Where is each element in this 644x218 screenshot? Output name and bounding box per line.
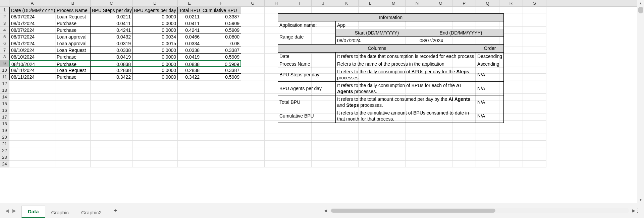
cell-A12[interactable] (9, 80, 55, 87)
cell-C6[interactable]: 0.0319 (91, 40, 132, 47)
cell-C21[interactable] (91, 141, 132, 147)
cell-E18[interactable] (178, 121, 201, 127)
cell-C10[interactable]: 0.2838 (91, 67, 132, 74)
cell-K19[interactable] (335, 127, 359, 134)
cell-D12[interactable] (132, 80, 178, 87)
cell-M23[interactable] (382, 154, 406, 161)
cell-A19[interactable] (9, 127, 55, 134)
cell-N24[interactable] (406, 161, 429, 167)
cell-E17[interactable] (178, 114, 201, 121)
cell-L19[interactable] (359, 127, 382, 134)
cell-G18[interactable] (241, 121, 265, 127)
col-header-K[interactable]: K (335, 0, 359, 6)
row-header-8[interactable]: 8 (0, 54, 9, 60)
cell-F16[interactable] (201, 107, 241, 114)
vertical-scrollbar[interactable]: ▲ ▼ (637, 0, 644, 203)
cell-N21[interactable] (406, 141, 429, 147)
cell-F24[interactable] (201, 161, 241, 167)
cell-D9[interactable]: 0.0000 (132, 60, 178, 67)
cell-F20[interactable] (201, 134, 241, 141)
cell-E1[interactable]: Total BPU (178, 7, 201, 13)
cell-A24[interactable] (9, 161, 55, 167)
cell-R22[interactable] (499, 147, 523, 154)
col-header-C[interactable]: C (91, 0, 132, 6)
cell-B21[interactable] (55, 141, 91, 147)
cell-D8[interactable]: 0.0000 (132, 54, 178, 60)
cell-A20[interactable] (9, 134, 55, 141)
row-header-4[interactable]: 4 (0, 27, 9, 33)
cell-R24[interactable] (499, 161, 523, 167)
cell-D3[interactable]: 0.0000 (132, 20, 178, 27)
cell-M19[interactable] (382, 127, 406, 134)
cell-A14[interactable] (9, 94, 55, 100)
cell-D14[interactable] (132, 94, 178, 100)
cell-N22[interactable] (406, 147, 429, 154)
cell-N1[interactable] (406, 7, 429, 13)
row-header-11[interactable]: 11 (0, 74, 9, 80)
cell-D17[interactable] (132, 114, 178, 121)
cell-F14[interactable] (201, 94, 241, 100)
row-header-12[interactable]: 12 (0, 80, 9, 87)
row-header-2[interactable]: 2 (0, 13, 9, 20)
row-header-7[interactable]: 7 (0, 47, 9, 54)
cell-M20[interactable] (382, 134, 406, 141)
app-name-value[interactable]: App (336, 21, 504, 29)
cell-S2[interactable] (523, 13, 546, 20)
cell-B15[interactable] (55, 100, 91, 107)
cell-F7[interactable]: 0.3387 (201, 47, 241, 54)
cell-G20[interactable] (241, 134, 265, 141)
cell-A18[interactable] (9, 121, 55, 127)
cell-B6[interactable]: Loan approval (55, 40, 91, 47)
cell-S15[interactable] (523, 100, 546, 107)
cell-C23[interactable] (91, 154, 132, 161)
cell-B2[interactable]: Loan Request (55, 13, 91, 20)
col-header-B[interactable]: B (55, 0, 91, 6)
row-header-5[interactable]: 5 (0, 33, 9, 40)
cell-S11[interactable] (523, 74, 546, 80)
cell-S23[interactable] (523, 154, 546, 161)
cell-N23[interactable] (406, 154, 429, 161)
cell-S17[interactable] (523, 114, 546, 121)
col-header-R[interactable]: R (499, 0, 523, 6)
cell-E7[interactable]: 0.0338 (178, 47, 201, 54)
row-header-24[interactable]: 24 (0, 161, 9, 167)
cell-S24[interactable] (523, 161, 546, 167)
cell-I22[interactable] (288, 147, 312, 154)
cell-P24[interactable] (452, 161, 476, 167)
cell-B19[interactable] (55, 127, 91, 134)
cell-R1[interactable] (499, 7, 523, 13)
cell-F3[interactable]: 0.5909 (201, 20, 241, 27)
col-header-S[interactable]: S (523, 0, 546, 6)
cell-Q23[interactable] (476, 154, 499, 161)
col-header-G[interactable]: G (241, 0, 265, 6)
scroll-right-arrow[interactable]: ▶ (630, 208, 637, 213)
cell-E2[interactable]: 0.0211 (178, 13, 201, 20)
cell-B4[interactable]: Purchase (55, 27, 91, 33)
cell-G2[interactable] (241, 13, 265, 20)
cell-C16[interactable] (91, 107, 132, 114)
cell-G23[interactable] (241, 154, 265, 161)
row-header-20[interactable]: 20 (0, 134, 9, 141)
row-header-1[interactable]: 1 (0, 7, 9, 13)
cell-S6[interactable] (523, 40, 546, 47)
cell-B7[interactable]: Loan Request (55, 47, 91, 54)
cell-A10[interactable]: 08/11/2024 (9, 67, 55, 74)
cell-G24[interactable] (241, 161, 265, 167)
cell-B18[interactable] (55, 121, 91, 127)
cell-B12[interactable] (55, 80, 91, 87)
cell-J19[interactable] (312, 127, 335, 134)
cell-G7[interactable] (241, 47, 265, 54)
cell-E23[interactable] (178, 154, 201, 161)
sheet-tab-graphic[interactable]: Graphic (45, 207, 75, 218)
cell-E10[interactable]: 0.2838 (178, 67, 201, 74)
cell-C9[interactable]: 0.0838 (91, 60, 132, 67)
cell-K24[interactable] (335, 161, 359, 167)
cell-F13[interactable] (201, 87, 241, 94)
cell-H20[interactable] (265, 134, 288, 141)
cell-E3[interactable]: 0.0411 (178, 20, 201, 27)
cell-E4[interactable]: 0.4241 (178, 27, 201, 33)
cell-I19[interactable] (288, 127, 312, 134)
cell-A6[interactable]: 08/07/2024 (9, 40, 55, 47)
cell-A17[interactable] (9, 114, 55, 121)
cell-A3[interactable]: 08/07/2024 (9, 20, 55, 27)
